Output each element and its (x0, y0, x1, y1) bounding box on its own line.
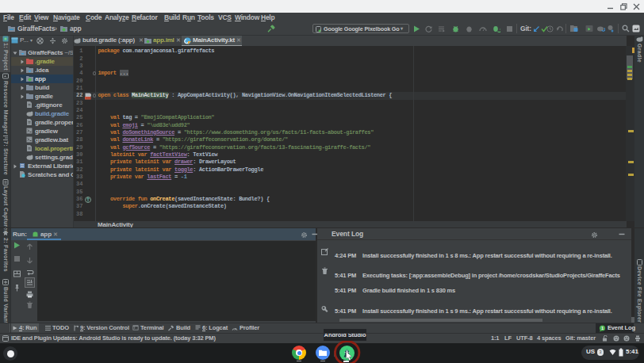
svg-text:1: 1 (601, 326, 604, 331)
